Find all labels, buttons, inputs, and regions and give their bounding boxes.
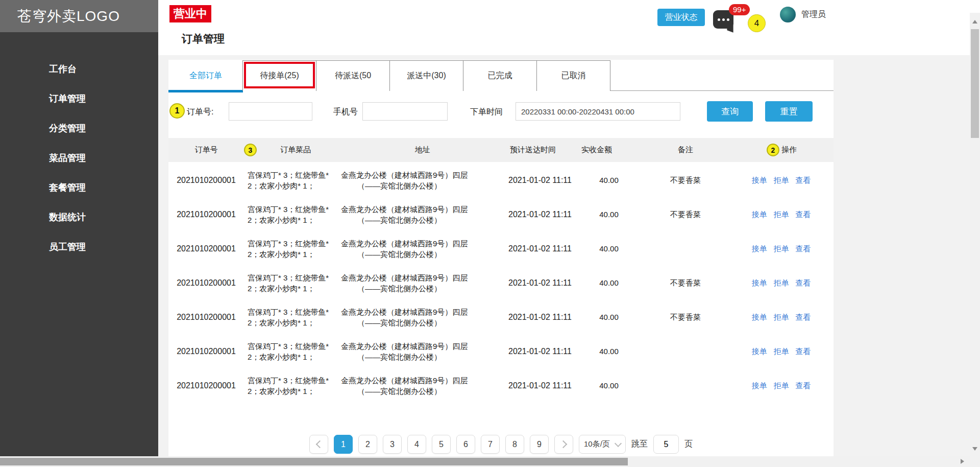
sort-icon[interactable] bbox=[558, 146, 562, 155]
page-button-2[interactable]: 2 bbox=[358, 435, 377, 454]
view-order-link[interactable]: 查看 bbox=[796, 277, 811, 288]
reject-order-link[interactable]: 拒单 bbox=[774, 346, 789, 357]
main-area: 全部订单待接单(25)待派送(50派送中(30)已完成已取消 1 订单号: 手机… bbox=[158, 55, 970, 456]
reject-order-link[interactable]: 拒单 bbox=[774, 209, 789, 220]
prev-page-button[interactable] bbox=[309, 435, 328, 454]
page-size-select[interactable]: 10条/页 bbox=[579, 435, 626, 454]
page-size-value: 10条/页 bbox=[584, 439, 610, 449]
order-no-input[interactable] bbox=[229, 102, 312, 121]
filter-bar: 1 订单号: 手机号 下单时间 查询 重置 bbox=[168, 101, 834, 124]
tab-pending-accept[interactable]: 待接单(25) bbox=[242, 60, 316, 91]
reset-button[interactable]: 重置 bbox=[765, 101, 813, 122]
phone-input[interactable] bbox=[362, 102, 448, 121]
scroll-down-arrow-icon[interactable] bbox=[972, 447, 977, 453]
delivery-time-cell: 2021-01-02 11:11 bbox=[504, 312, 576, 322]
col-address: 地址 bbox=[341, 145, 504, 155]
scroll-right-arrow-icon[interactable] bbox=[961, 459, 967, 464]
user-menu[interactable]: 管理员 bbox=[780, 7, 826, 22]
amount-cell: 40.00 bbox=[576, 175, 642, 185]
reject-order-link[interactable]: 拒单 bbox=[774, 243, 789, 254]
avatar[interactable] bbox=[780, 7, 796, 22]
page-button-1[interactable]: 1 bbox=[334, 435, 353, 454]
page-button-5[interactable]: 5 bbox=[432, 435, 451, 454]
reject-order-link[interactable]: 拒单 bbox=[774, 312, 789, 322]
sidebar-item-label: 工作台 bbox=[49, 63, 77, 75]
remark-cell: 不要香菜 bbox=[642, 175, 729, 185]
vertical-scrollbar[interactable] bbox=[970, 13, 980, 456]
table-header: 订单号 3 订单菜品 地址 预计送达时间 实收金额 备注 2 操作 bbox=[168, 138, 834, 162]
reject-order-link[interactable]: 拒单 bbox=[774, 380, 789, 391]
notification-area[interactable]: 99+ 4 bbox=[707, 2, 763, 39]
remark-cell: 不要香菜 bbox=[642, 312, 729, 322]
view-order-link[interactable]: 查看 bbox=[796, 380, 811, 391]
accept-order-link[interactable]: 接单 bbox=[752, 243, 767, 254]
sidebar-item-order-management[interactable]: 订单管理 bbox=[0, 84, 158, 113]
order-number-cell: 2021010200001 bbox=[168, 243, 244, 254]
accept-order-link[interactable]: 接单 bbox=[752, 175, 767, 185]
order-number-cell: 2021010200001 bbox=[168, 277, 244, 288]
page-button-4[interactable]: 4 bbox=[407, 435, 426, 454]
horizontal-scrollbar[interactable] bbox=[0, 456, 980, 467]
sidebar-item-dish-management[interactable]: 菜品管理 bbox=[0, 143, 158, 173]
address-cell: 金燕龙办公楼（建材城西路9号）四层 （——宾馆北侧办公楼） bbox=[341, 375, 504, 396]
order-dishes-cell: 宫保鸡丁* 3；红烧带鱼* 2；农家小炒肉* 1； bbox=[244, 341, 341, 362]
jump-label: 跳至 bbox=[631, 439, 648, 450]
delivery-time-cell: 2021-01-02 11:11 bbox=[504, 243, 576, 254]
view-order-link[interactable]: 查看 bbox=[796, 175, 811, 185]
delivery-time-cell: 2021-01-02 11:11 bbox=[504, 346, 576, 357]
amount-cell: 40.00 bbox=[576, 277, 642, 288]
accept-order-link[interactable]: 接单 bbox=[752, 346, 767, 357]
sidebar-item-combo-management[interactable]: 套餐管理 bbox=[0, 173, 158, 202]
page-button-7[interactable]: 7 bbox=[481, 435, 500, 454]
tab-dispatching[interactable]: 派送中(30) bbox=[389, 60, 463, 91]
view-order-link[interactable]: 查看 bbox=[796, 312, 811, 322]
page-button-8[interactable]: 8 bbox=[505, 435, 524, 454]
next-page-button[interactable] bbox=[554, 435, 573, 454]
reject-order-link[interactable]: 拒单 bbox=[774, 175, 789, 185]
address-cell: 金燕龙办公楼（建材城西路9号）四层 （——宾馆北侧办公楼） bbox=[341, 272, 504, 294]
remark-cell: 不要香菜 bbox=[642, 277, 729, 288]
page-button-6[interactable]: 6 bbox=[456, 435, 475, 454]
actions-cell: 接单拒单查看 bbox=[729, 380, 834, 391]
topbar: 营业中 订单管理 营业状态 99+ 4 管理员 bbox=[158, 0, 970, 55]
col-delivery-time[interactable]: 预计送达时间 bbox=[504, 145, 576, 155]
accept-order-link[interactable]: 接单 bbox=[752, 312, 767, 322]
sidebar-item-employee-management[interactable]: 员工管理 bbox=[0, 232, 158, 262]
reject-order-link[interactable]: 拒单 bbox=[774, 277, 789, 288]
tab-label: 已完成 bbox=[488, 71, 512, 81]
horizontal-scrollbar-thumb[interactable] bbox=[0, 458, 628, 465]
actions-cell: 接单拒单查看 bbox=[729, 277, 834, 288]
view-order-link[interactable]: 查看 bbox=[796, 209, 811, 220]
sidebar-item-category-management[interactable]: 分类管理 bbox=[0, 113, 158, 143]
order-time-input[interactable] bbox=[516, 102, 680, 121]
sidebar-item-workbench[interactable]: 工作台 bbox=[0, 54, 158, 84]
jump-page-input[interactable] bbox=[653, 435, 679, 454]
order-number-cell: 2021010200001 bbox=[168, 380, 244, 391]
sidebar: 苍穹外卖LOGO 工作台订单管理分类管理菜品管理套餐管理数据统计员工管理 bbox=[0, 0, 158, 456]
chevron-right-icon bbox=[559, 440, 567, 449]
scroll-up-arrow-icon[interactable] bbox=[972, 17, 977, 24]
vertical-scrollbar-thumb[interactable] bbox=[971, 29, 979, 138]
view-order-link[interactable]: 查看 bbox=[796, 346, 811, 357]
annotation-badge-4: 4 bbox=[748, 14, 766, 32]
tab-completed[interactable]: 已完成 bbox=[463, 60, 537, 91]
sidebar-item-data-statistics[interactable]: 数据统计 bbox=[0, 202, 158, 232]
table-body: 2021010200001 宫保鸡丁* 3；红烧带鱼* 2；农家小炒肉* 1； … bbox=[168, 163, 834, 403]
accept-order-link[interactable]: 接单 bbox=[752, 380, 767, 391]
tab-label: 待接单(25) bbox=[260, 71, 299, 81]
business-status-button[interactable]: 营业状态 bbox=[657, 9, 705, 26]
col-delivery-time-label: 预计送达时间 bbox=[510, 145, 556, 155]
view-order-link[interactable]: 查看 bbox=[796, 243, 811, 254]
phone-label: 手机号 bbox=[333, 107, 358, 118]
tab-pending-dispatch[interactable]: 待派送(50 bbox=[316, 60, 390, 91]
annotation-1: 1 bbox=[169, 103, 185, 119]
search-button[interactable]: 查询 bbox=[707, 101, 753, 122]
page-button-3[interactable]: 3 bbox=[383, 435, 402, 454]
tab-all-orders[interactable]: 全部订单 bbox=[168, 60, 243, 91]
accept-order-link[interactable]: 接单 bbox=[752, 209, 767, 220]
order-number-cell: 2021010200001 bbox=[168, 209, 244, 220]
page-button-9[interactable]: 9 bbox=[530, 435, 549, 454]
accept-order-link[interactable]: 接单 bbox=[752, 277, 767, 288]
tab-cancelled[interactable]: 已取消 bbox=[536, 60, 610, 91]
table-row: 2021010200001 宫保鸡丁* 3；红烧带鱼* 2；农家小炒肉* 1； … bbox=[168, 231, 834, 266]
